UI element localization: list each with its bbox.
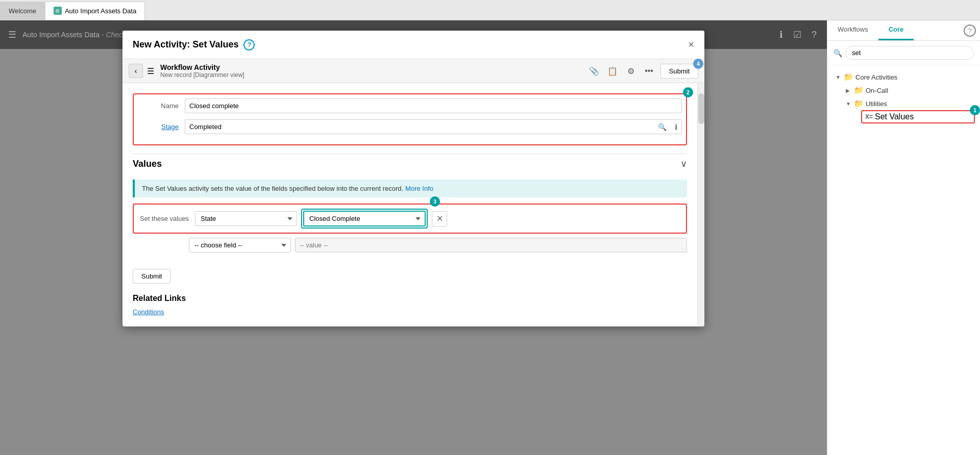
right-panel-search-area: 🔍	[827, 41, 980, 65]
set-values-tree-label: Set Values	[875, 112, 914, 121]
inner-toolbar-right: 📎 📋 ⚙ ••• Submit 4	[587, 64, 698, 79]
value-placeholder-input[interactable]	[295, 238, 687, 252]
workflow-area: ☰ Auto Import Assets Data - Checked out …	[0, 20, 827, 455]
main-area: ☰ Auto Import Assets Data - Checked out …	[0, 20, 980, 455]
badge-4: 4	[693, 59, 703, 69]
stage-search-icon[interactable]: 🔍	[654, 121, 671, 133]
tab-core[interactable]: Core	[878, 20, 914, 40]
welcome-tab-label: Welcome	[9, 7, 36, 15]
dialog-body: Name Stage 🔍 ℹ	[122, 83, 697, 326]
set-values-row1-wrapper: Set these values State Closed Complete	[133, 204, 687, 234]
values-header: Values ∨	[133, 154, 687, 173]
stage-field: 🔍 ℹ	[185, 119, 682, 134]
paperclip-icon[interactable]: 📎	[587, 64, 601, 78]
values-title: Values	[133, 159, 162, 169]
stage-row: Stage 🔍 ℹ	[138, 119, 682, 134]
dialog-content-area: Name Stage 🔍 ℹ	[122, 83, 704, 326]
dialog-title: New Activity: Set Values	[133, 39, 238, 50]
right-help-button[interactable]: ?	[964, 24, 976, 37]
submit-section: Submit	[133, 261, 687, 284]
tree-toggle-oncall: ▶	[846, 88, 852, 93]
right-search-input[interactable]	[845, 46, 974, 60]
choose-field-select[interactable]: -- choose field --	[189, 238, 291, 252]
stage-label[interactable]: Stage	[138, 123, 179, 131]
badge-1: 1	[970, 105, 980, 115]
settings-icon[interactable]: ⚙	[624, 64, 638, 78]
value-teal-outline: Closed Complete	[301, 209, 428, 229]
inner-toolbar-title: Workflow Activity	[160, 63, 244, 71]
right-panel-tree: ▼ 📁 Core Activities ▶ 📁 On-Call ▼ 📁 Util…	[827, 65, 980, 455]
tree-core-children: ▶ 📁 On-Call ▼ 📁 Utilities X= Set Value	[832, 84, 975, 123]
badge-2: 2	[683, 87, 693, 97]
related-links-title: Related Links	[133, 294, 687, 303]
scroll-thumb[interactable]	[698, 93, 704, 124]
copy-icon[interactable]: 📋	[605, 64, 620, 78]
tab-icon: ⚙	[54, 7, 62, 15]
right-panel: Workflows Core ? 🔍 ▼ 📁 Core Activities	[827, 20, 980, 455]
tree-toggle-utilities: ▼	[846, 101, 852, 107]
set-values-tree-item[interactable]: X= Set Values	[861, 110, 975, 123]
more-info-link[interactable]: More Info	[405, 185, 433, 192]
stage-info-icon[interactable]: ℹ	[671, 121, 681, 133]
state-field-select[interactable]: State	[195, 211, 297, 226]
dialog-close-button[interactable]: ×	[688, 39, 694, 50]
dialog: New Activity: Set Values ? × ‹ ☰ Workflo…	[122, 31, 704, 326]
tab-workflows[interactable]: Workflows	[827, 20, 878, 40]
tab-welcome[interactable]: Welcome	[0, 2, 45, 20]
tree-utilities-children: X= Set Values 1	[843, 110, 975, 123]
tab-auto-import[interactable]: ⚙ Auto Import Assets Data	[45, 2, 145, 20]
set-values-tree-icon: X=	[865, 113, 873, 120]
values-collapse-button[interactable]: ∨	[680, 158, 687, 169]
tree-utilities[interactable]: ▼ 📁 Utilities	[843, 97, 975, 110]
submit-main-button[interactable]: Submit	[133, 269, 170, 284]
value-select-wrapper: Closed Complete 3	[301, 209, 428, 229]
inner-toolbar-subtitle: New record [Diagrammer view]	[160, 71, 244, 79]
dialog-overlay: New Activity: Set Values ? × ‹ ☰ Workflo…	[0, 20, 827, 455]
utilities-label: Utilities	[866, 100, 887, 108]
dialog-help-button[interactable]: ?	[243, 39, 255, 50]
core-activities-label: Core Activities	[855, 73, 897, 81]
folder-icon-utilities: 📁	[854, 99, 864, 108]
dialog-header: New Activity: Set Values ? ×	[122, 31, 704, 59]
related-links-section: Related Links Conditions	[133, 294, 687, 316]
on-call-label: On-Call	[866, 87, 888, 94]
form-outline-wrapper: Name Stage 🔍 ℹ	[133, 93, 687, 145]
stage-input[interactable]	[185, 120, 654, 134]
auto-import-tab-label: Auto Import Assets Data	[65, 7, 136, 15]
right-panel-help: ?	[960, 20, 980, 40]
tree-on-call[interactable]: ▶ 📁 On-Call	[843, 84, 975, 97]
folder-icon-oncall: 📁	[854, 86, 864, 95]
tree-toggle-core: ▼	[836, 74, 842, 80]
dialog-scrollbar[interactable]	[697, 83, 704, 326]
inner-title-block: Workflow Activity New record [Diagrammer…	[160, 63, 244, 79]
right-panel-tabs: Workflows Core ?	[827, 20, 980, 41]
form-red-outline: Name Stage 🔍 ℹ	[133, 93, 687, 145]
top-tab-bar: Welcome ⚙ Auto Import Assets Data	[0, 0, 980, 20]
set-values-outline: Set these values State Closed Complete	[133, 204, 687, 234]
badge-3: 3	[430, 196, 440, 207]
back-button[interactable]: ‹	[129, 64, 143, 78]
search-icon: 🔍	[834, 49, 842, 57]
menu-icon[interactable]: ☰	[147, 66, 154, 76]
name-row: Name	[138, 98, 682, 113]
conditions-link[interactable]: Conditions	[133, 308, 164, 316]
closed-complete-select[interactable]: Closed Complete	[303, 211, 426, 226]
info-banner: The Set Values activity sets the value o…	[133, 180, 687, 197]
name-label: Name	[138, 102, 179, 110]
inner-submit-button[interactable]: Submit	[660, 64, 698, 79]
delete-row-button[interactable]: ✕	[432, 211, 447, 226]
name-input[interactable]	[185, 98, 682, 113]
set-values-row2: -- choose field --	[133, 238, 687, 252]
set-values-label: Set these values	[140, 215, 191, 222]
folder-icon-core: 📁	[844, 72, 853, 82]
set-values-tree-wrapper: X= Set Values 1	[853, 110, 975, 123]
submit-btn-wrapper: Submit 4	[660, 64, 698, 79]
values-section: Values ∨ The Set Values activity sets th…	[133, 154, 687, 252]
tree-core-activities[interactable]: ▼ 📁 Core Activities	[832, 70, 975, 84]
more-icon[interactable]: •••	[642, 64, 656, 78]
inner-toolbar: ‹ ☰ Workflow Activity New record [Diagra…	[122, 59, 704, 83]
